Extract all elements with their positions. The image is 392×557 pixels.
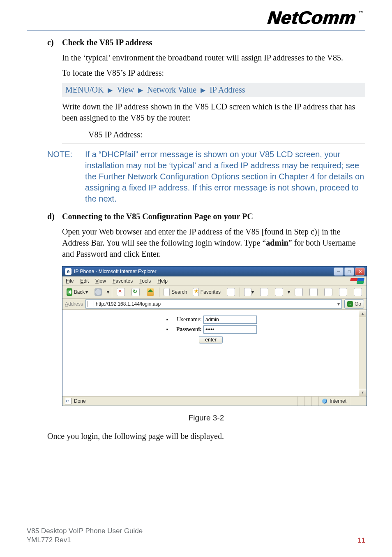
after-login-text: Once you login, the following page will … <box>47 431 365 442</box>
section-c-letter: c) <box>47 37 62 48</box>
toolbar-extra-button-3[interactable] <box>337 287 349 297</box>
username-label: Username: <box>170 316 203 324</box>
toolbar-separator <box>112 288 112 297</box>
mail-caret-icon: ▾ <box>251 289 254 295</box>
edit-caret-icon: ▾ <box>288 289 290 295</box>
refresh-icon <box>131 288 140 296</box>
favorites-label: Favorites <box>201 289 221 295</box>
toolbar-extra-icon-3 <box>339 288 347 296</box>
maximize-button[interactable]: □ <box>344 267 354 276</box>
history-icon <box>227 288 235 296</box>
note-text: If a “DHCPfail” error message is shown o… <box>85 149 365 204</box>
toolbar-extra-button-4[interactable] <box>352 287 364 297</box>
toolbar-extra-button-1[interactable] <box>307 287 320 297</box>
note-block: NOTE: If a “DHCPfail” error message is s… <box>47 149 365 204</box>
ie-viewport: ▴ ▾ ▪ Username: ▪ Password: enter <box>62 310 367 396</box>
search-icon <box>164 288 170 296</box>
go-arrow-icon: → <box>347 301 353 307</box>
address-input[interactable]: http://192.168.1.144/login.asp ▾ <box>85 299 342 309</box>
ie-menu-item[interactable]: File <box>62 278 77 284</box>
section-c-title: Check the V85 IP address <box>62 38 152 47</box>
print-button[interactable] <box>258 287 270 297</box>
home-icon <box>147 288 154 296</box>
ie-menu-item[interactable]: View <box>92 278 109 284</box>
ie-menu-item[interactable]: Edit <box>77 278 92 284</box>
bullet-icon: ▪ <box>165 316 170 324</box>
edit-icon <box>275 288 283 296</box>
windows-flag-icon <box>350 278 364 284</box>
menu-path-step: IP Address <box>210 84 245 95</box>
status-segment <box>297 397 304 406</box>
section-d: d) Connecting to the V85 Configuration P… <box>47 211 365 222</box>
forward-caret-icon: ▾ <box>107 289 109 295</box>
ie-titlebar: e IP Phone - Microsoft Internet Explorer… <box>62 267 367 276</box>
enter-button[interactable]: enter <box>199 336 222 343</box>
ie-menu-item[interactable]: Help <box>154 278 171 284</box>
back-button[interactable]: Back▾ <box>65 287 90 297</box>
refresh-button[interactable] <box>129 287 142 297</box>
arrow-icon: ► <box>199 86 207 94</box>
section-c-para3: Write down the IP address shown in the V… <box>62 101 365 123</box>
status-done-text: Done <box>74 398 86 404</box>
brand-trademark: ™ <box>358 10 364 16</box>
ie-app-icon: e <box>65 268 71 275</box>
section-c-para1: In the ‘typical’ environment the broadba… <box>62 52 365 63</box>
search-button[interactable]: Search <box>162 287 189 297</box>
minimize-button[interactable]: ─ <box>334 267 344 276</box>
ie-window: e IP Phone - Microsoft Internet Explorer… <box>62 266 367 406</box>
favorites-button[interactable]: Favorites <box>191 287 222 297</box>
close-button[interactable]: ✕ <box>355 267 365 276</box>
forward-icon <box>95 288 102 296</box>
login-form: ▪ Username: ▪ Password: enter <box>165 316 257 344</box>
discuss-icon <box>295 288 303 296</box>
arrow-icon: ► <box>136 86 145 94</box>
section-d-para-bold: admin <box>266 238 288 247</box>
ie-address-bar: AAddressddress http://192.168.1.144/logi… <box>62 299 367 310</box>
menu-path-step: Network Value <box>147 84 196 95</box>
brand-logo: NetComm™ <box>267 7 365 28</box>
ie-menu-item[interactable]: Favorites <box>109 278 136 284</box>
scrollbar-down-button[interactable]: ▾ <box>359 389 366 396</box>
favorites-icon <box>193 288 198 296</box>
go-button[interactable]: → Go <box>344 299 364 309</box>
stop-button[interactable] <box>115 287 127 297</box>
ip-address-label: V85 IP Address: <box>88 129 365 140</box>
search-label: Search <box>171 289 187 295</box>
section-d-para: Open your Web browser and enter the IP a… <box>62 226 365 260</box>
footer-rev: YML772 Rev1 <box>27 536 143 545</box>
arrow-icon: ► <box>106 86 114 94</box>
ie-window-title: IP Phone - Microsoft Internet Explorer <box>74 268 157 275</box>
ie-menu-item[interactable]: Tools <box>136 278 154 284</box>
menu-path-step: MENU/OK <box>65 84 104 95</box>
password-input[interactable] <box>203 325 257 334</box>
username-input[interactable] <box>203 316 257 324</box>
figure-caption: Figure 3-2 <box>47 413 365 423</box>
section-c: c) Check the V85 IP address <box>47 37 365 48</box>
internet-zone-icon <box>322 399 327 404</box>
scrollbar-up-button[interactable]: ▴ <box>359 310 366 317</box>
toolbar-extra-icon-4 <box>354 288 362 296</box>
ip-address-rule <box>62 144 365 144</box>
home-button[interactable] <box>144 287 157 297</box>
history-button[interactable] <box>225 287 237 297</box>
print-icon <box>260 288 268 296</box>
mail-icon <box>244 288 251 296</box>
password-label: Password: <box>170 326 203 334</box>
address-dropdown-icon[interactable]: ▾ <box>337 301 340 307</box>
status-page-icon <box>65 398 71 404</box>
section-c-para2: To locate the V85’s IP address: <box>62 67 365 79</box>
mail-button[interactable]: ▾ <box>242 287 256 297</box>
toolbar-separator <box>240 288 240 297</box>
toolbar-separator <box>159 288 159 297</box>
back-caret-icon: ▾ <box>85 289 88 295</box>
toolbar-extra-icon-2 <box>324 288 332 296</box>
address-url: http://192.168.1.144/login.asp <box>96 301 161 307</box>
page-number: 11 <box>357 536 365 545</box>
toolbar-extra-button-2[interactable] <box>322 287 334 297</box>
status-segment <box>311 397 318 406</box>
menu-path-step: View <box>117 84 134 95</box>
edit-button[interactable] <box>273 287 285 297</box>
header-divider <box>27 30 365 31</box>
forward-button[interactable] <box>92 287 104 297</box>
discuss-button[interactable] <box>293 287 305 297</box>
